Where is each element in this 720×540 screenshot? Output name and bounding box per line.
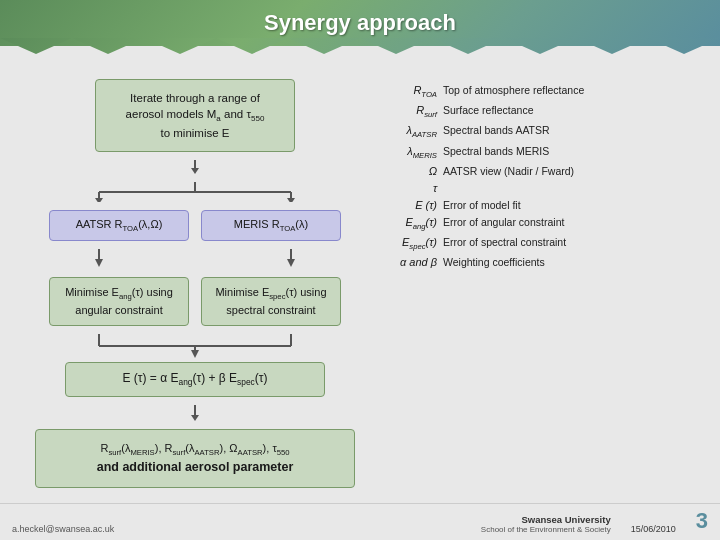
merge-arrows (47, 334, 343, 354)
svg-marker-4 (95, 198, 103, 202)
meris-box: MERIS RTOA(λ) (201, 210, 341, 241)
svg-marker-8 (95, 259, 103, 267)
footer-university: Swansea University (481, 514, 611, 525)
flowchart: Iterate through a range of aerosol model… (15, 79, 375, 493)
legend-symbol-etau: E (τ) (385, 199, 437, 211)
legend-symbol-rsurf: Rsurf (385, 104, 437, 119)
footer-page: 3 (696, 508, 708, 534)
minimise-boxes: Minimise Eang(τ) usingangular constraint… (15, 277, 375, 326)
legend-row-lmeris: λMERIS Spectral bands MERIS (385, 145, 705, 160)
minimise-ang-label: Minimise Eang(τ) usingangular constraint (65, 286, 173, 316)
legend-desc-rtoa: Top of atmosphere reflectance (443, 84, 584, 96)
footer: a.heckel@swansea.ac.uk Swansea Universit… (0, 503, 720, 540)
arrow-iterate-to-sensors (191, 160, 199, 174)
svg-marker-5 (287, 198, 295, 202)
meris-label: MERIS RTOA(λ) (234, 218, 308, 230)
legend: RTOA Top of atmosphere reflectance Rsurf… (385, 79, 705, 493)
legend-row-omega: Ω AATSR view (Nadir / Fward) (385, 165, 705, 177)
legend-symbol-tau: τ (385, 182, 437, 194)
slide: Synergy approach Iterate through a range… (0, 0, 720, 540)
legend-symbol-alpha-beta: α and β (385, 256, 437, 268)
legend-row-laatsr: λAATSR Spectral bands AATSR (385, 124, 705, 139)
legend-desc-alpha-beta: Weighting coefficients (443, 256, 545, 268)
legend-row-alpha-beta: α and β Weighting coefficients (385, 256, 705, 268)
slide-title: Synergy approach (264, 10, 456, 35)
arrow-to-result (191, 405, 199, 421)
legend-row-eang: Eang(τ) Error of angular constraint (385, 216, 705, 231)
split-arrows (47, 182, 343, 202)
legend-desc-espec: Error of spectral constraint (443, 236, 566, 248)
legend-symbol-laatsr: λAATSR (385, 124, 437, 139)
legend-symbol-eang: Eang(τ) (385, 216, 437, 231)
minimise-spec-label: Minimise Espec(τ) usingspectral constrai… (215, 286, 326, 316)
footer-email: a.heckel@swansea.ac.uk (12, 524, 114, 534)
e-equation: E (τ) = α Eang(τ) + β Espec(τ) (122, 371, 267, 385)
legend-row-rtoa: RTOA Top of atmosphere reflectance (385, 84, 705, 99)
result-line1: Rsurf(λMERIS), Rsurf(λAATSR), ΩAATSR), τ… (52, 440, 338, 459)
arrows-to-minimise (47, 249, 343, 269)
svg-marker-9 (287, 259, 295, 267)
legend-symbol-omega: Ω (385, 165, 437, 177)
aatsr-box: AATSR RTOA(λ,Ω) (49, 210, 189, 241)
sensor-boxes: AATSR RTOA(λ,Ω) MERIS RTOA(λ) (15, 210, 375, 241)
e-equation-box: E (τ) = α Eang(τ) + β Espec(τ) (65, 362, 325, 396)
legend-desc-omega: AATSR view (Nadir / Fward) (443, 165, 574, 177)
aatsr-label: AATSR RTOA(λ,Ω) (76, 218, 163, 230)
legend-symbol-rtoa: RTOA (385, 84, 437, 99)
legend-desc-lmeris: Spectral bands MERIS (443, 145, 549, 157)
legend-desc-etau: Error of model fit (443, 199, 521, 211)
legend-row-espec: Espec(τ) Error of spectral constraint (385, 236, 705, 251)
legend-row-rsurf: Rsurf Surface reflectance (385, 104, 705, 119)
legend-row-tau: τ (385, 182, 705, 194)
iterate-text: Iterate through a range of aerosol model… (126, 92, 265, 139)
iterate-box: Iterate through a range of aerosol model… (95, 79, 295, 152)
minimise-ang-box: Minimise Eang(τ) usingangular constraint (49, 277, 189, 326)
legend-desc-eang: Error of angular constraint (443, 216, 564, 228)
main-content: Iterate through a range of aerosol model… (0, 54, 720, 503)
footer-university-info: Swansea University School of the Environ… (481, 514, 611, 534)
legend-symbol-espec: Espec(τ) (385, 236, 437, 251)
header: Synergy approach (0, 0, 720, 46)
result-box: Rsurf(λMERIS), Rsurf(λAATSR), ΩAATSR), τ… (35, 429, 355, 488)
result-line2: and additional aerosol parameter (52, 458, 338, 477)
legend-desc-laatsr: Spectral bands AATSR (443, 124, 550, 136)
minimise-spec-box: Minimise Espec(τ) usingspectral constrai… (201, 277, 341, 326)
legend-row-etau: E (τ) Error of model fit (385, 199, 705, 211)
legend-desc-rsurf: Surface reflectance (443, 104, 533, 116)
legend-symbol-lmeris: λMERIS (385, 145, 437, 160)
svg-marker-14 (191, 350, 199, 358)
footer-date: 15/06/2010 (631, 524, 676, 534)
footer-department: School of the Environment & Society (481, 525, 611, 534)
